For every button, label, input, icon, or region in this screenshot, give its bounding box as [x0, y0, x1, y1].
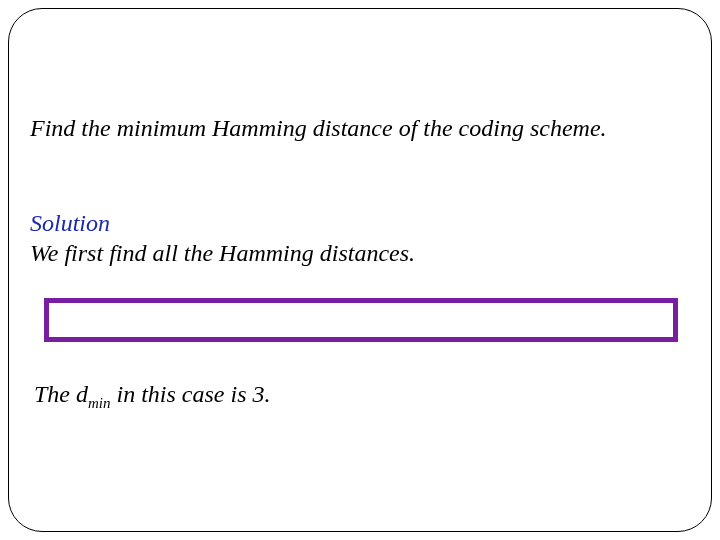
conclusion-text: The dmin in this case is 3. — [34, 380, 694, 412]
conclusion-subscript: min — [88, 395, 111, 411]
solution-text: We first find all the Hamming distances. — [30, 240, 415, 266]
conclusion-suffix: in this case is 3. — [111, 381, 271, 407]
solution-label: Solution — [30, 210, 110, 236]
work-box — [44, 298, 678, 342]
slide-frame — [8, 8, 712, 532]
conclusion-prefix: The d — [34, 381, 88, 407]
question-text: Find the minimum Hamming distance of the… — [30, 114, 690, 143]
solution-block: Solution We first find all the Hamming d… — [30, 208, 690, 268]
slide: Find the minimum Hamming distance of the… — [0, 0, 720, 540]
